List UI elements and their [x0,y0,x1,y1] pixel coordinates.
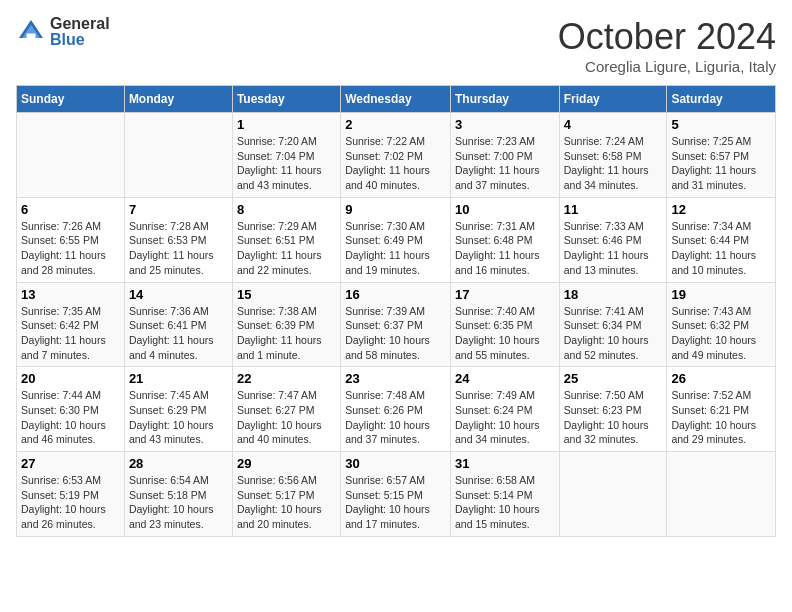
day-info: Sunrise: 7:35 AMSunset: 6:42 PMDaylight:… [21,304,120,363]
day-cell: 2Sunrise: 7:22 AMSunset: 7:02 PMDaylight… [341,113,451,198]
day-cell [667,452,776,537]
day-number: 9 [345,202,446,217]
day-info: Sunrise: 6:54 AMSunset: 5:18 PMDaylight:… [129,473,228,532]
week-row-2: 6Sunrise: 7:26 AMSunset: 6:55 PMDaylight… [17,197,776,282]
svg-rect-2 [27,34,36,39]
day-info: Sunrise: 7:36 AMSunset: 6:41 PMDaylight:… [129,304,228,363]
day-info: Sunrise: 7:38 AMSunset: 6:39 PMDaylight:… [237,304,336,363]
day-number: 25 [564,371,663,386]
day-cell: 18Sunrise: 7:41 AMSunset: 6:34 PMDayligh… [559,282,667,367]
day-info: Sunrise: 7:50 AMSunset: 6:23 PMDaylight:… [564,388,663,447]
day-number: 24 [455,371,555,386]
day-info: Sunrise: 7:44 AMSunset: 6:30 PMDaylight:… [21,388,120,447]
day-cell: 15Sunrise: 7:38 AMSunset: 6:39 PMDayligh… [232,282,340,367]
day-info: Sunrise: 7:23 AMSunset: 7:00 PMDaylight:… [455,134,555,193]
day-cell: 30Sunrise: 6:57 AMSunset: 5:15 PMDayligh… [341,452,451,537]
logo-icon [16,17,46,47]
logo-general-text: General [50,16,110,32]
day-header-sunday: Sunday [17,86,125,113]
day-number: 13 [21,287,120,302]
day-number: 28 [129,456,228,471]
day-header-monday: Monday [124,86,232,113]
day-info: Sunrise: 7:22 AMSunset: 7:02 PMDaylight:… [345,134,446,193]
day-cell: 16Sunrise: 7:39 AMSunset: 6:37 PMDayligh… [341,282,451,367]
day-number: 21 [129,371,228,386]
calendar-table: SundayMondayTuesdayWednesdayThursdayFrid… [16,85,776,537]
day-info: Sunrise: 7:47 AMSunset: 6:27 PMDaylight:… [237,388,336,447]
day-cell: 22Sunrise: 7:47 AMSunset: 6:27 PMDayligh… [232,367,340,452]
day-info: Sunrise: 7:20 AMSunset: 7:04 PMDaylight:… [237,134,336,193]
day-header-saturday: Saturday [667,86,776,113]
day-header-thursday: Thursday [450,86,559,113]
day-cell: 5Sunrise: 7:25 AMSunset: 6:57 PMDaylight… [667,113,776,198]
day-info: Sunrise: 7:31 AMSunset: 6:48 PMDaylight:… [455,219,555,278]
day-info: Sunrise: 6:57 AMSunset: 5:15 PMDaylight:… [345,473,446,532]
day-number: 17 [455,287,555,302]
day-header-wednesday: Wednesday [341,86,451,113]
day-header-tuesday: Tuesday [232,86,340,113]
day-cell: 1Sunrise: 7:20 AMSunset: 7:04 PMDaylight… [232,113,340,198]
day-number: 27 [21,456,120,471]
day-info: Sunrise: 7:26 AMSunset: 6:55 PMDaylight:… [21,219,120,278]
day-cell: 10Sunrise: 7:31 AMSunset: 6:48 PMDayligh… [450,197,559,282]
day-number: 12 [671,202,771,217]
location-subtitle: Coreglia Ligure, Liguria, Italy [558,58,776,75]
day-cell: 6Sunrise: 7:26 AMSunset: 6:55 PMDaylight… [17,197,125,282]
day-cell: 14Sunrise: 7:36 AMSunset: 6:41 PMDayligh… [124,282,232,367]
day-info: Sunrise: 6:58 AMSunset: 5:14 PMDaylight:… [455,473,555,532]
day-info: Sunrise: 7:43 AMSunset: 6:32 PMDaylight:… [671,304,771,363]
day-info: Sunrise: 7:48 AMSunset: 6:26 PMDaylight:… [345,388,446,447]
day-info: Sunrise: 7:29 AMSunset: 6:51 PMDaylight:… [237,219,336,278]
day-info: Sunrise: 7:24 AMSunset: 6:58 PMDaylight:… [564,134,663,193]
week-row-5: 27Sunrise: 6:53 AMSunset: 5:19 PMDayligh… [17,452,776,537]
title-block: October 2024 Coreglia Ligure, Liguria, I… [558,16,776,75]
day-cell: 20Sunrise: 7:44 AMSunset: 6:30 PMDayligh… [17,367,125,452]
day-info: Sunrise: 6:56 AMSunset: 5:17 PMDaylight:… [237,473,336,532]
day-cell: 29Sunrise: 6:56 AMSunset: 5:17 PMDayligh… [232,452,340,537]
day-info: Sunrise: 7:30 AMSunset: 6:49 PMDaylight:… [345,219,446,278]
logo: General Blue [16,16,110,48]
day-info: Sunrise: 7:33 AMSunset: 6:46 PMDaylight:… [564,219,663,278]
day-info: Sunrise: 7:49 AMSunset: 6:24 PMDaylight:… [455,388,555,447]
day-cell: 4Sunrise: 7:24 AMSunset: 6:58 PMDaylight… [559,113,667,198]
day-info: Sunrise: 7:41 AMSunset: 6:34 PMDaylight:… [564,304,663,363]
day-number: 6 [21,202,120,217]
day-info: Sunrise: 7:39 AMSunset: 6:37 PMDaylight:… [345,304,446,363]
logo-blue-text: Blue [50,32,110,48]
day-number: 10 [455,202,555,217]
day-info: Sunrise: 7:40 AMSunset: 6:35 PMDaylight:… [455,304,555,363]
day-number: 15 [237,287,336,302]
day-cell: 25Sunrise: 7:50 AMSunset: 6:23 PMDayligh… [559,367,667,452]
day-cell: 11Sunrise: 7:33 AMSunset: 6:46 PMDayligh… [559,197,667,282]
day-info: Sunrise: 7:25 AMSunset: 6:57 PMDaylight:… [671,134,771,193]
day-number: 26 [671,371,771,386]
day-number: 23 [345,371,446,386]
week-row-4: 20Sunrise: 7:44 AMSunset: 6:30 PMDayligh… [17,367,776,452]
day-cell: 19Sunrise: 7:43 AMSunset: 6:32 PMDayligh… [667,282,776,367]
page-header: General Blue October 2024 Coreglia Ligur… [16,16,776,75]
day-number: 3 [455,117,555,132]
day-number: 19 [671,287,771,302]
day-number: 11 [564,202,663,217]
day-number: 7 [129,202,228,217]
day-cell [559,452,667,537]
day-number: 20 [21,371,120,386]
week-row-3: 13Sunrise: 7:35 AMSunset: 6:42 PMDayligh… [17,282,776,367]
day-cell: 23Sunrise: 7:48 AMSunset: 6:26 PMDayligh… [341,367,451,452]
day-number: 22 [237,371,336,386]
week-row-1: 1Sunrise: 7:20 AMSunset: 7:04 PMDaylight… [17,113,776,198]
day-cell: 8Sunrise: 7:29 AMSunset: 6:51 PMDaylight… [232,197,340,282]
day-number: 5 [671,117,771,132]
day-cell [124,113,232,198]
day-info: Sunrise: 6:53 AMSunset: 5:19 PMDaylight:… [21,473,120,532]
day-info: Sunrise: 7:52 AMSunset: 6:21 PMDaylight:… [671,388,771,447]
logo-text: General Blue [50,16,110,48]
day-header-friday: Friday [559,86,667,113]
day-cell: 31Sunrise: 6:58 AMSunset: 5:14 PMDayligh… [450,452,559,537]
day-number: 4 [564,117,663,132]
day-cell: 28Sunrise: 6:54 AMSunset: 5:18 PMDayligh… [124,452,232,537]
day-info: Sunrise: 7:45 AMSunset: 6:29 PMDaylight:… [129,388,228,447]
day-number: 30 [345,456,446,471]
day-cell: 13Sunrise: 7:35 AMSunset: 6:42 PMDayligh… [17,282,125,367]
day-number: 14 [129,287,228,302]
